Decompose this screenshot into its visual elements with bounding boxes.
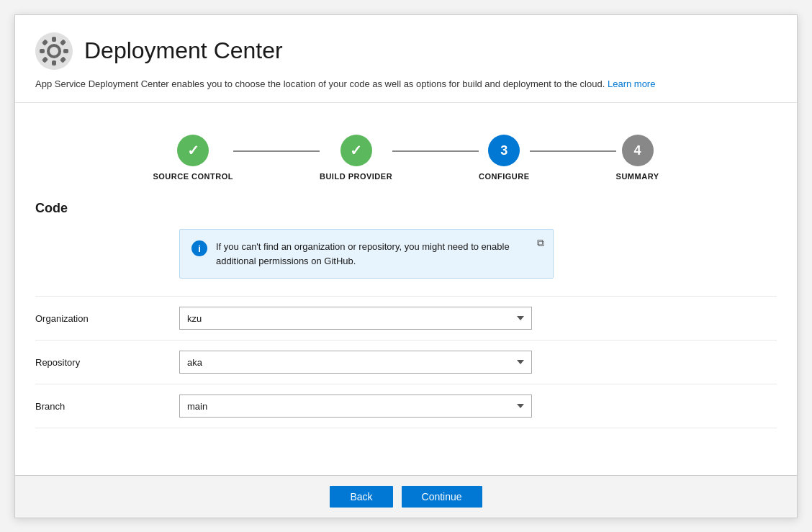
repository-row: Repository aka bbox=[35, 341, 777, 384]
step-label-1: SOURCE CONTROL bbox=[153, 172, 233, 181]
learn-more-link[interactable]: Learn more bbox=[608, 78, 655, 89]
step-circle-1: ✓ bbox=[177, 135, 209, 166]
step-label-4: SUMMARY bbox=[616, 172, 659, 181]
content-area: ✓ SOURCE CONTROL ✓ BUILD PROVIDER 3 CONF… bbox=[15, 103, 797, 475]
branch-select[interactable]: main bbox=[179, 395, 532, 418]
continue-button[interactable]: Continue bbox=[402, 486, 482, 508]
section-title: Code bbox=[35, 201, 777, 216]
step-summary: 4 SUMMARY bbox=[616, 135, 659, 181]
branch-label: Branch bbox=[35, 401, 179, 412]
step-build-provider: ✓ BUILD PROVIDER bbox=[320, 135, 392, 181]
connector-3 bbox=[530, 150, 616, 152]
step-configure: 3 CONFIGURE bbox=[479, 135, 530, 181]
svg-rect-1 bbox=[52, 37, 56, 42]
step-circle-3: 3 bbox=[488, 135, 520, 166]
svg-rect-3 bbox=[40, 49, 45, 53]
connector-2 bbox=[392, 150, 479, 152]
step-source-control: ✓ SOURCE CONTROL bbox=[153, 135, 233, 181]
repository-label: Repository bbox=[35, 357, 179, 368]
stepper: ✓ SOURCE CONTROL ✓ BUILD PROVIDER 3 CONF… bbox=[35, 117, 777, 201]
organization-label: Organization bbox=[35, 313, 179, 324]
page-title: Deployment Center bbox=[84, 37, 283, 64]
step-circle-4: 4 bbox=[622, 135, 654, 166]
deployment-center-window: Deployment Center App Service Deployment… bbox=[14, 14, 798, 518]
step-label-2: BUILD PROVIDER bbox=[320, 172, 392, 181]
info-text: If you can't find an organization or rep… bbox=[216, 240, 541, 268]
back-button[interactable]: Back bbox=[330, 486, 392, 508]
svg-rect-2 bbox=[52, 60, 56, 66]
info-box: i If you can't find an organization or r… bbox=[179, 229, 554, 279]
step-label-3: CONFIGURE bbox=[479, 172, 530, 181]
header: Deployment Center App Service Deployment… bbox=[15, 15, 797, 104]
gear-icon bbox=[35, 32, 73, 70]
external-link-icon[interactable]: ⧉ bbox=[537, 237, 544, 249]
form: Organization kzu Repository aka Branch m… bbox=[35, 296, 777, 428]
info-icon: i bbox=[191, 240, 207, 256]
header-description: App Service Deployment Center enables yo… bbox=[35, 77, 777, 91]
organization-row: Organization kzu bbox=[35, 296, 777, 341]
header-title-row: Deployment Center bbox=[35, 32, 777, 70]
connector-1 bbox=[233, 150, 320, 152]
step-circle-2: ✓ bbox=[340, 135, 372, 166]
footer: Back Continue bbox=[15, 475, 797, 518]
repository-select[interactable]: aka bbox=[179, 351, 532, 374]
branch-row: Branch main bbox=[35, 384, 777, 428]
organization-select[interactable]: kzu bbox=[179, 307, 532, 330]
svg-rect-4 bbox=[63, 49, 68, 53]
